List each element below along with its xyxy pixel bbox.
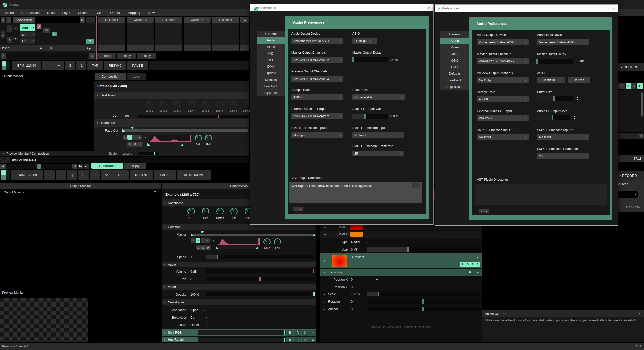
mid-band-button[interactable]: M [132, 142, 137, 146]
layer-b-col[interactable]: B [50, 47, 52, 50]
crossfader-x-header[interactable]: X [1, 17, 5, 23]
tab-general[interactable]: General [440, 31, 469, 38]
rotation-value[interactable]: 0 ° [351, 300, 355, 303]
chevron-down-icon[interactable]: ▼ [144, 136, 146, 139]
pan2-slider-thumb[interactable] [259, 277, 261, 281]
blend-lia-dropdown[interactable]: LIA▼ [20, 38, 35, 44]
dialog2-titlebar[interactable]: 6 Preferences × [435, 5, 618, 12]
common-section-header[interactable]: ▼Common [162, 224, 316, 230]
smpte2-dropdown[interactable]: No Input▼ [537, 134, 589, 140]
resync-button-2[interactable]: RESYNC [130, 170, 153, 180]
effect-remove-button[interactable]: X [302, 337, 309, 342]
tab-update[interactable]: Update [257, 70, 285, 77]
scale-value[interactable]: 100.0... [122, 152, 132, 155]
tab-midi[interactable]: MIDI [257, 50, 285, 57]
hue-knob[interactable] [202, 208, 209, 215]
tab-feedback[interactable]: Feedback [257, 83, 285, 90]
position-x-value[interactable]: 0 [351, 278, 353, 281]
master-slider[interactable] [191, 234, 315, 236]
effect-shift-rgb-slider[interactable] [198, 330, 286, 335]
fft-dropdown[interactable]: VM-VAIO 1▼ [477, 115, 529, 121]
clip-scale-slider[interactable] [367, 292, 481, 296]
tab-defaults[interactable]: Defaults [257, 77, 285, 83]
size-slider-thumb[interactable] [407, 247, 409, 252]
framerate-dropdown[interactable]: 25▼ [537, 153, 589, 159]
menu-view[interactable]: View [148, 11, 155, 15]
fft-minus-button[interactable]: - [201, 238, 205, 243]
speed-slider-thumb[interactable] [217, 255, 218, 259]
position-y-value[interactable]: 0 [351, 285, 353, 289]
tab-audio[interactable]: Audio [440, 38, 469, 44]
close-x-button[interactable]: x [639, 134, 643, 138]
fft-plus-button[interactable]: + [137, 135, 142, 140]
layer-b-button[interactable]: B [7, 25, 12, 32]
link7-knob[interactable] [230, 101, 237, 108]
flip-knob[interactable] [230, 208, 238, 215]
vst-path-item[interactable]: C:\Program Files (x86)\Resolume Arena 5.… [292, 184, 372, 188]
scale-slider[interactable] [138, 152, 159, 155]
effect-remove-button[interactable]: X [302, 330, 309, 336]
expand-arrow-icon[interactable]: ▶ [164, 331, 166, 334]
dialog1-titlebar[interactable]: Preferences × [250, 4, 433, 11]
deck-b-cell[interactable]: B [89, 53, 95, 59]
anchor-value[interactable]: 0 [351, 307, 353, 311]
high-band-button[interactable]: H [206, 246, 210, 250]
volume-slider-thumb[interactable] [313, 269, 314, 273]
position-x-minus[interactable]: - [369, 278, 370, 281]
link3-knob[interactable] [174, 101, 180, 108]
layer-up-button[interactable]: ▲ [13, 27, 18, 30]
anchor-slider[interactable] [367, 307, 481, 311]
g-channel-button[interactable]: G [467, 263, 469, 266]
tab-layer[interactable]: Layer [127, 73, 146, 80]
close-icon[interactable]: × [639, 312, 641, 316]
crossfader-b-header[interactable]: B [6, 17, 11, 23]
header-blank-cell[interactable] [86, 17, 95, 23]
tab-video[interactable]: Video [257, 44, 285, 50]
effect-menu-button[interactable]: ≡ [309, 330, 316, 336]
effect-hue-rotate-slider[interactable] [198, 337, 286, 342]
clip-tab-empty-1[interactable]: empty [97, 53, 116, 59]
pan2-value[interactable]: 0 [190, 277, 192, 281]
fft-range-slider[interactable] [147, 143, 191, 146]
metronome-button[interactable]: METRONOME [177, 170, 211, 180]
asio-configure-button[interactable]: Configure ... [352, 38, 377, 44]
composition-file-row[interactable]: ume Arena 5.1.4 [0, 157, 249, 163]
tab-dmx[interactable]: DMX [440, 64, 469, 70]
r-channel-button[interactable]: R [462, 263, 464, 266]
smpte1-dropdown[interactable]: No Input▼ [477, 134, 529, 140]
bs-dropdown[interactable]: Not available▼ [352, 94, 405, 100]
effect-p-button[interactable]: P, [294, 330, 301, 336]
tab-feedback[interactable]: Feedback [440, 77, 469, 84]
layer-s-button[interactable]: S [7, 37, 12, 43]
remove-directory-button[interactable]: - [486, 210, 487, 213]
size-slider[interactable] [367, 247, 481, 252]
bpm-minus-button[interactable]: - [42, 61, 53, 70]
clip-cell[interactable] [98, 23, 125, 51]
thumbnail-dropdown-stub[interactable]: ▼ [617, 83, 625, 89]
crossfader-thumb[interactable] [37, 164, 41, 169]
fft-next-button[interactable]: > [196, 238, 200, 243]
link6-knob[interactable] [217, 101, 223, 108]
smpte2-dropdown[interactable]: No Input▼ [352, 132, 404, 138]
clear-search-icon[interactable]: × [634, 193, 636, 196]
gain-knob[interactable] [195, 135, 202, 142]
clip-cell[interactable] [155, 23, 182, 51]
t-badge[interactable]: T [86, 39, 94, 44]
fade-out-slider[interactable] [122, 129, 248, 132]
pan-slider-thumb[interactable] [218, 115, 219, 118]
menu-deck[interactable]: Deck [47, 11, 55, 15]
clip-cell[interactable] [212, 23, 239, 51]
layer-x-button[interactable]: X [1, 31, 5, 38]
column-1-header[interactable]: Column 1 [98, 17, 125, 23]
menu-output[interactable]: Output [110, 11, 120, 15]
volume-slider[interactable] [206, 269, 315, 273]
layer-alpha-label[interactable]: Alph [87, 47, 92, 50]
tab-osc[interactable]: OSC [257, 57, 285, 63]
search-input[interactable]: × [616, 191, 638, 198]
link4-knob[interactable] [188, 101, 195, 108]
menu-column[interactable]: Column [78, 11, 89, 15]
blend-mode-add-dropdown[interactable]: Add▼ [20, 24, 35, 31]
dashboard-header[interactable]: ▼Dashboard [94, 92, 249, 99]
tap-button[interactable]: TAP [87, 61, 103, 70]
tab-audio[interactable]: Audio [257, 37, 285, 44]
